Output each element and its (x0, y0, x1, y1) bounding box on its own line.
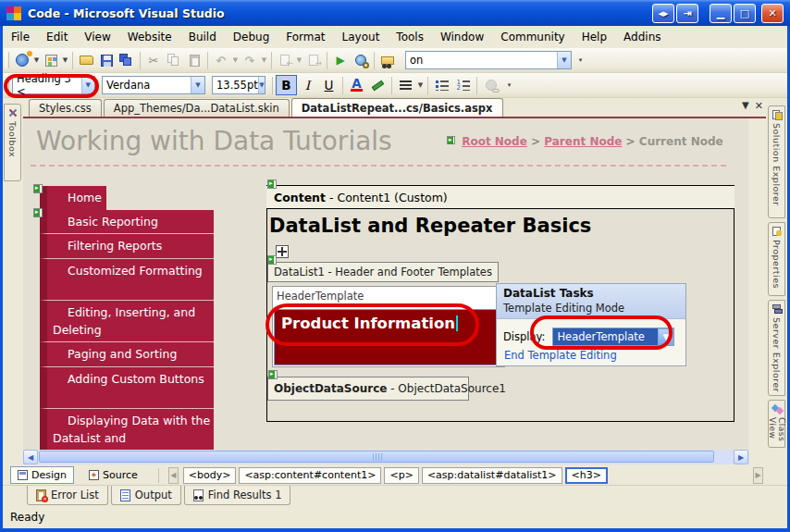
objectdatasource-bar[interactable]: ObjectDataSource - ObjectDataSource1 (267, 377, 469, 401)
display-dropdown-arrow-icon[interactable]: ▼ (658, 328, 673, 345)
toolbar-overflow-icon[interactable]: ▾ (576, 56, 585, 64)
nav-item-editing-inserting-deleting[interactable]: Editing, Inserting, and Deleting (40, 301, 214, 342)
nav-item-displaying-data[interactable]: Displaying Data with the DataList and (40, 409, 214, 450)
close-document-icon[interactable]: ✕ (755, 100, 763, 112)
menu-website[interactable]: Website (119, 28, 180, 46)
breadcrumb-parent-link[interactable]: Parent Node (544, 135, 622, 148)
navigate-forward-icon[interactable]: → (303, 50, 324, 70)
tab-styles-css[interactable]: Styles.css (29, 99, 102, 117)
tab-app-themes-skin[interactable]: App_Themes/Da...DataList.skin (104, 99, 290, 117)
menu-edit[interactable]: Edit (38, 28, 76, 46)
tab-list-dropdown-icon[interactable]: ▼ (742, 100, 749, 112)
numbered-list-icon[interactable]: 1 2 (452, 75, 474, 95)
error-list-tab[interactable]: ✕ Error List (27, 486, 108, 505)
server-explorer-tab[interactable]: Server Explorer (768, 300, 785, 396)
nav-item-basic-reporting[interactable]: Basic Reporting (40, 210, 214, 234)
menu-help[interactable]: Help (574, 28, 615, 46)
menu-tools[interactable]: Tools (388, 28, 432, 46)
paste-icon[interactable] (184, 50, 204, 70)
undo-icon[interactable]: ↶ (211, 50, 231, 70)
menu-file[interactable]: File (3, 28, 38, 46)
content-smart-tag-icon[interactable]: ▸ (267, 179, 277, 189)
add-new-item-dropdown-icon[interactable]: ▼ (61, 56, 69, 64)
navigate-back-dropdown-icon[interactable]: ▼ (295, 56, 303, 64)
save-all-icon[interactable] (117, 50, 137, 70)
toolbox-tab[interactable]: Toolbox (4, 104, 21, 181)
font-combobox-arrow-icon[interactable]: ▼ (191, 77, 204, 93)
datalist-smart-tag-icon[interactable]: ▸ (267, 255, 277, 265)
end-template-editing-link[interactable]: End Template Editing (504, 349, 617, 362)
undo-dropdown-icon[interactable]: ▼ (231, 56, 240, 64)
move-handle-icon[interactable] (276, 245, 289, 258)
tag-nav-left-icon[interactable]: ◀ (168, 467, 179, 484)
nav-item-adding-custom-buttons[interactable]: Adding Custom Buttons (40, 367, 214, 409)
new-website-dropdown-icon[interactable]: ▼ (32, 56, 41, 64)
font-size-combobox-arrow-icon[interactable]: ▼ (258, 77, 265, 93)
cut-icon[interactable]: ✂ (143, 50, 164, 70)
style-combobox[interactable]: Heading 3 < ▼ (12, 76, 95, 94)
display-dropdown[interactable]: HeaderTemplate ▼ (552, 328, 674, 346)
menu-format[interactable]: Format (278, 28, 333, 46)
dock-left-right-button[interactable]: ◂▸ (652, 4, 674, 23)
redo-icon[interactable]: ↷ (240, 50, 260, 70)
italic-button[interactable]: I (297, 75, 318, 95)
properties-tab[interactable]: Properties (768, 222, 785, 296)
tab-basics-aspx[interactable]: DataListRepeat...cs/Basics.aspx (291, 98, 503, 117)
menu-window[interactable]: Window (432, 28, 492, 46)
minimize-button[interactable]: ▁ (710, 4, 732, 23)
tag-nav-right-icon[interactable]: ▶ (753, 467, 763, 484)
solution-explorer-tab[interactable]: Solution Explorer (768, 105, 785, 218)
scroll-right-icon[interactable]: ▶ (734, 450, 748, 464)
content-control-header[interactable]: Content - Content1 (Custom) (266, 186, 734, 209)
menu-build[interactable]: Build (180, 28, 225, 46)
find-results-tab[interactable]: Find Results 1 (184, 486, 291, 505)
font-color-icon[interactable]: A (346, 75, 367, 95)
search-combobox-arrow-icon[interactable]: ▼ (557, 52, 571, 68)
font-size-combobox[interactable]: 13.55pt ▼ (212, 76, 265, 94)
start-debug-icon[interactable]: ▶ (330, 50, 351, 70)
tag-p[interactable]: <p> (384, 467, 418, 484)
menu-addins[interactable]: Addins (615, 28, 669, 46)
underline-button[interactable]: U (318, 75, 339, 95)
nav-item-paging-sorting[interactable]: Paging and Sorting (40, 342, 214, 367)
datalist-header-bar[interactable]: DataList1 - Header and Footer Templates (267, 262, 499, 282)
open-file-icon[interactable] (76, 50, 96, 70)
menu-community[interactable]: Community (492, 28, 573, 46)
maximize-button[interactable]: □ (734, 4, 756, 23)
ods-smart-tag-icon[interactable]: ▸ (268, 370, 278, 379)
menu-smart-tag-icon[interactable]: ▸ (33, 184, 43, 193)
design-view-button[interactable]: Design (10, 466, 74, 484)
hyperlink-icon[interactable] (480, 75, 501, 95)
copy-icon[interactable] (164, 50, 184, 70)
close-button[interactable]: ✕ (761, 4, 784, 23)
view-in-browser-icon[interactable] (351, 50, 371, 70)
style-combobox-arrow-icon[interactable]: ▼ (81, 77, 94, 93)
class-view-tab[interactable]: Class View (768, 400, 785, 448)
formatting-overflow-icon[interactable]: ▾ (505, 81, 513, 89)
bold-button[interactable]: B (276, 75, 297, 95)
new-website-icon[interactable] (12, 50, 32, 70)
save-icon[interactable] (96, 50, 117, 70)
navigate-back-icon[interactable]: ← (275, 50, 295, 70)
tag-asp-content[interactable]: <asp:content#content1> (239, 467, 381, 484)
output-tab[interactable]: Output (111, 486, 181, 505)
highlight-icon[interactable] (367, 75, 389, 95)
smart-tag-glyph-icon[interactable]: ▸ (447, 136, 455, 144)
redo-dropdown-icon[interactable]: ▼ (260, 56, 268, 64)
breadcrumb-root-link[interactable]: Root Node (462, 135, 527, 148)
find-in-files-icon[interactable] (377, 50, 398, 70)
menu-smart-tag2-icon[interactable]: ▸ (33, 208, 43, 217)
align-left-icon[interactable] (395, 75, 416, 95)
tag-asp-datalist[interactable]: <asp:datalist#datalist1> (422, 467, 562, 484)
scroll-left-icon[interactable]: ◀ (23, 450, 38, 464)
tag-h3[interactable]: <h3> (565, 467, 608, 484)
font-combobox[interactable]: Verdana ▼ (102, 76, 205, 94)
design-horizontal-scrollbar[interactable]: ◀ ▶ (23, 450, 749, 464)
align-dropdown-icon[interactable]: ▼ (416, 81, 425, 89)
search-combobox[interactable]: on ▼ (405, 51, 572, 69)
nav-item-filtering-reports[interactable]: Filtering Reports (40, 234, 214, 259)
bullet-list-icon[interactable] (431, 75, 452, 95)
menu-debug[interactable]: Debug (225, 28, 278, 46)
menu-view[interactable]: View (76, 28, 118, 46)
nav-item-customized-formatting[interactable]: Customized Formatting (40, 259, 214, 301)
